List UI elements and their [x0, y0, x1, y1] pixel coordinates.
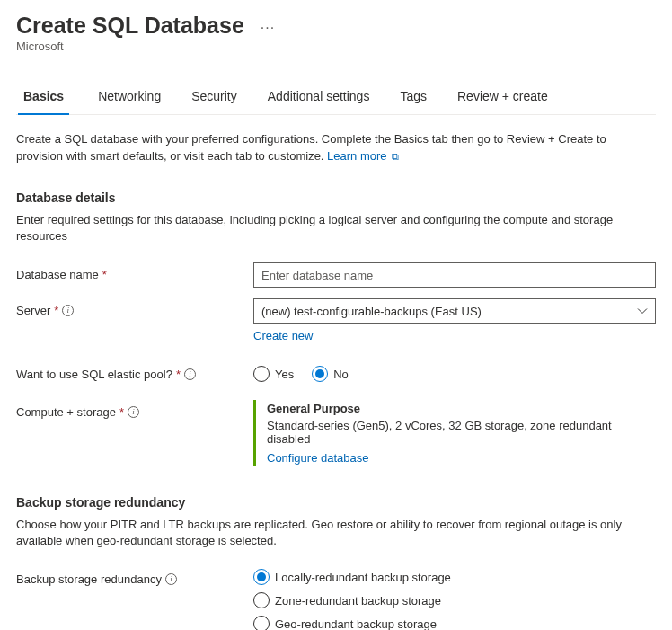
elastic-pool-label: Want to use SQL elastic pool? * i: [16, 362, 253, 381]
database-name-label: Database name *: [16, 262, 253, 281]
backup-redundancy-label: Backup storage redundancy i: [16, 567, 253, 586]
learn-more-link[interactable]: Learn more ⧉: [327, 149, 399, 163]
database-details-desc: Enter required settings for this databas…: [16, 212, 656, 244]
page-title: Create SQL Database: [16, 13, 244, 39]
tab-tags[interactable]: Tags: [387, 78, 439, 114]
more-icon[interactable]: ···: [261, 20, 275, 36]
info-icon[interactable]: i: [62, 305, 74, 316]
radio-icon: [253, 616, 270, 630]
info-icon[interactable]: i: [165, 573, 177, 585]
info-icon[interactable]: i: [184, 368, 196, 380]
tab-review-create[interactable]: Review + create: [445, 78, 561, 114]
create-new-server-link[interactable]: Create new: [253, 329, 313, 342]
compute-storage-label: Compute + storage * i: [16, 400, 253, 419]
server-select[interactable]: (new) test-configurable-backups (East US…: [253, 298, 656, 324]
info-icon[interactable]: i: [128, 406, 139, 418]
radio-icon: [253, 366, 270, 382]
external-link-icon: ⧉: [389, 151, 399, 162]
tabs: Basics Networking Security Additional se…: [16, 78, 656, 115]
chevron-down-icon: [637, 306, 648, 316]
backup-option-geo[interactable]: Geo-redundant backup storage: [253, 616, 656, 630]
elastic-pool-yes[interactable]: Yes: [253, 366, 294, 382]
tab-networking[interactable]: Networking: [85, 78, 173, 114]
backup-option-local[interactable]: Locally-redundant backup storage: [253, 569, 656, 585]
page-subtitle: Microsoft: [16, 40, 656, 53]
radio-icon: [312, 366, 328, 382]
database-name-input[interactable]: [253, 262, 656, 288]
compute-summary: General Purpose Standard-series (Gen5), …: [253, 400, 656, 466]
backup-redundancy-heading: Backup storage redundancy: [16, 495, 656, 510]
radio-icon: [253, 592, 270, 608]
tab-security[interactable]: Security: [179, 78, 250, 114]
intro-text: Create a SQL database with your preferre…: [16, 131, 656, 165]
radio-icon: [253, 569, 270, 585]
compute-tier-title: General Purpose: [267, 402, 656, 415]
configure-database-link[interactable]: Configure database: [267, 451, 368, 465]
elastic-pool-no[interactable]: No: [312, 366, 349, 382]
tab-additional-settings[interactable]: Additional settings: [255, 78, 383, 114]
server-label: Server * i: [16, 298, 253, 317]
compute-tier-desc: Standard-series (Gen5), 2 vCores, 32 GB …: [267, 419, 656, 446]
backup-redundancy-desc: Choose how your PITR and LTR backups are…: [16, 517, 656, 549]
database-details-heading: Database details: [16, 191, 656, 205]
backup-option-zone[interactable]: Zone-redundant backup storage: [253, 592, 656, 608]
tab-basics[interactable]: Basics: [18, 78, 69, 114]
